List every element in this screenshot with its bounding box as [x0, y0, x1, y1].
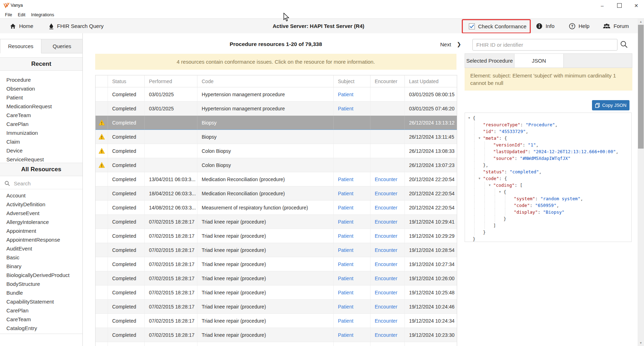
subject-link[interactable]: Patient [338, 177, 353, 182]
subject-link[interactable]: Patient [338, 233, 353, 239]
sidebar-item-allergyintolerance[interactable]: AllergyIntolerance [0, 218, 82, 226]
forum-button[interactable]: Forum [603, 19, 629, 33]
sidebar-item-careplan[interactable]: CarePlan [0, 306, 82, 315]
subject-link[interactable]: Patient [338, 205, 353, 211]
sidebar-item-account[interactable]: Account [0, 191, 82, 200]
menu-integrations[interactable]: Integrations [28, 11, 57, 18]
copy-json-button[interactable]: Copy JSON [592, 100, 629, 110]
table-row[interactable]: Completed07/02/2015 18:28:17Triad knee r… [96, 286, 457, 300]
sidebar-item-careplan[interactable]: CarePlan [0, 120, 82, 128]
sidebar-item-bodystructure[interactable]: BodyStructure [0, 279, 82, 288]
subject-link[interactable]: Patient [338, 106, 353, 111]
encounter-link[interactable]: Encounter [375, 205, 397, 211]
tab-resources[interactable]: Resources [0, 39, 41, 53]
sidebar-item-capabilitystatement[interactable]: CapabilityStatement [0, 297, 82, 306]
help-button[interactable]: ? Help [569, 19, 590, 33]
encounter-link[interactable]: Encounter [375, 304, 397, 310]
fhir-search-query-button[interactable]: FHIR Search Query [49, 19, 104, 33]
window-scrollbar[interactable]: ▲ ▼ [638, 19, 644, 346]
sidebar-item-claim[interactable]: Claim [0, 137, 82, 146]
table-row[interactable]: Completed03/01/2025Hypertension manageme… [96, 87, 457, 102]
sidebar-item-patient[interactable]: Patient [0, 93, 82, 102]
close-button[interactable]: ✕ [629, 0, 643, 11]
sidebar-item-appointment[interactable]: Appointment [0, 226, 82, 235]
table-row[interactable]: Completed07/02/2015 18:28:17Triad knee r… [96, 314, 457, 328]
menu-file[interactable]: File [2, 11, 15, 18]
table-row[interactable]: Completed03/01/2025Hypertension manageme… [96, 102, 457, 116]
table-row[interactable]: Completed07/02/2015 18:28:17Triad knee r… [96, 229, 457, 243]
encounter-link[interactable]: Encounter [375, 276, 397, 281]
table-row[interactable]: Completed14/08/2012 06:03:3...Measuremen… [96, 201, 457, 215]
table-row[interactable]: CompletedColon Biopsy26/12/2024 13:07:23 [96, 158, 457, 172]
encounter-link[interactable]: Encounter [375, 247, 397, 253]
sidebar-item-medicationrequest[interactable]: MedicationRequest [0, 102, 82, 111]
table-row[interactable]: CompletedBiopsy26/12/2024 13:13:12 [96, 116, 457, 130]
subject-link[interactable]: Patient [338, 92, 353, 97]
sidebar-item-careteam[interactable]: CareTeam [0, 111, 82, 120]
encounter-link[interactable]: Encounter [375, 177, 397, 182]
fhir-id-input[interactable] [472, 39, 617, 51]
sidebar-item-appointmentresponse[interactable]: AppointmentResponse [0, 235, 82, 244]
encounter-link[interactable]: Encounter [375, 191, 397, 196]
tab-selected-procedure[interactable]: Selected Procedure [465, 54, 514, 68]
table-row[interactable]: Completed18/04/2012 06:03:3...Medication… [96, 186, 457, 201]
subject-link[interactable]: Patient [338, 219, 353, 225]
encounter-link[interactable]: Encounter [375, 261, 397, 267]
sidebar-item-servicerequest[interactable]: ServiceRequest [0, 155, 82, 163]
table-row[interactable]: Completed07/02/2015 18:28:17Triad knee r… [96, 271, 457, 286]
subject-link[interactable]: Patient [338, 276, 353, 281]
expander-icon[interactable]: ▼ [467, 115, 472, 121]
scroll-up-icon[interactable]: ▲ [638, 19, 644, 25]
expander-icon[interactable]: ▼ [487, 182, 492, 189]
encounter-link[interactable]: Encounter [375, 233, 397, 239]
sidebar-item-procedure[interactable]: Procedure [0, 75, 82, 84]
scrollbar-thumb[interactable] [638, 25, 644, 149]
subject-link[interactable]: Patient [338, 318, 353, 324]
sidebar-item-auditevent[interactable]: AuditEvent [0, 244, 82, 253]
minimize-button[interactable]: – [596, 0, 609, 11]
tab-json[interactable]: JSON [514, 54, 564, 68]
table-row[interactable]: Completed07/02/2015 18:28:17Triad knee r… [96, 215, 457, 229]
table-row[interactable]: Completed07/02/2015 18:28:17Triad knee r… [96, 300, 457, 314]
next-page-button[interactable]: Next ❯ [440, 41, 461, 47]
sidebar-item-binary[interactable]: Binary [0, 262, 82, 271]
encounter-link[interactable]: Encounter [375, 318, 397, 324]
sidebar-item-immunization[interactable]: Immunization [0, 128, 82, 137]
encounter-link[interactable]: Encounter [375, 219, 397, 225]
menu-edit[interactable]: Edit [15, 11, 28, 18]
table-row[interactable]: CompletedBiopsy26/12/2024 13:11:45 [96, 130, 457, 144]
check-conformance-checkbox[interactable] [469, 23, 475, 29]
subject-link[interactable]: Patient [338, 290, 353, 295]
subject-link[interactable]: Patient [338, 247, 353, 253]
table-row[interactable]: Completed07/02/2015 18:28:17Triad knee r… [96, 328, 457, 342]
expander-icon[interactable]: ▼ [498, 189, 502, 195]
table-row[interactable]: Completed13/04/2011 06:03:3...Medication… [96, 172, 457, 186]
table-row[interactable]: Completed07/02/2015 18:28:17Triad knee r… [96, 243, 457, 257]
subject-link[interactable]: Patient [338, 304, 353, 310]
scroll-down-icon[interactable]: ▼ [638, 340, 644, 346]
subject-link[interactable]: Patient [338, 332, 353, 338]
subject-link[interactable]: Patient [338, 261, 353, 267]
sidebar-item-biologicallyderivedproduct[interactable]: BiologicallyDerivedProduct [0, 271, 82, 279]
sidebar-item-activitydefinition[interactable]: ActivityDefinition [0, 200, 82, 209]
expander-icon[interactable]: ▼ [477, 135, 482, 142]
search-icon[interactable] [620, 41, 628, 48]
info-button[interactable]: Info [536, 19, 554, 33]
sidebar-item-catalogentry[interactable]: CatalogEntry [0, 324, 82, 333]
sidebar-search[interactable] [0, 178, 82, 189]
table-row[interactable]: Completed07/02/2015 18:28:17Triad knee r… [96, 257, 457, 271]
tab-queries[interactable]: Queries [41, 39, 83, 53]
sidebar-item-adverseevent[interactable]: AdverseEvent [0, 209, 82, 218]
check-conformance-button[interactable]: Check Conformance [462, 19, 531, 34]
sidebar-item-observation[interactable]: Observation [0, 84, 82, 93]
sidebar-item-bundle[interactable]: Bundle [0, 288, 82, 297]
sidebar-item-device[interactable]: Device [0, 146, 82, 155]
sidebar-search-input[interactable] [13, 180, 75, 187]
encounter-link[interactable]: Encounter [375, 290, 397, 295]
sidebar-item-careteam[interactable]: CareTeam [0, 315, 82, 324]
home-button[interactable]: Home [10, 19, 33, 33]
table-row[interactable]: CompletedColon Biopsy26/12/2024 13:08:33 [96, 144, 457, 158]
sidebar-item-basic[interactable]: Basic [0, 253, 82, 262]
maximize-button[interactable] [613, 0, 626, 11]
subject-link[interactable]: Patient [338, 191, 353, 196]
